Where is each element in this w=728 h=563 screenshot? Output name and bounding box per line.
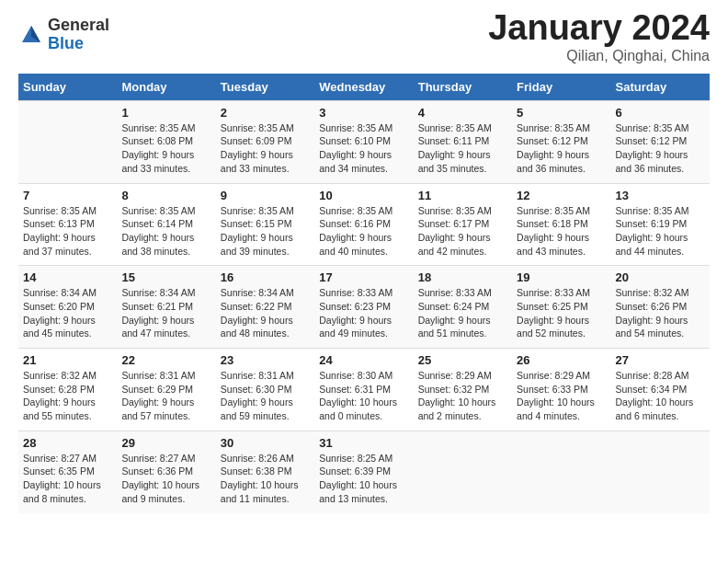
day-number: 15 bbox=[121, 270, 210, 284]
calendar-cell bbox=[18, 100, 117, 183]
calendar-cell: 18Sunrise: 8:33 AMSunset: 6:24 PMDayligh… bbox=[414, 266, 512, 349]
month-title: January 2024 bbox=[488, 9, 710, 48]
day-number: 6 bbox=[616, 106, 705, 120]
calendar-table: SundayMondayTuesdayWednesdayThursdayFrid… bbox=[18, 74, 710, 513]
calendar-cell: 1Sunrise: 8:35 AMSunset: 6:08 PMDaylight… bbox=[117, 100, 215, 183]
day-info: Sunrise: 8:31 AMSunset: 6:29 PMDaylight:… bbox=[121, 369, 210, 423]
day-info: Sunrise: 8:35 AMSunset: 6:18 PMDaylight:… bbox=[517, 204, 606, 259]
day-info: Sunrise: 8:33 AMSunset: 6:25 PMDaylight:… bbox=[517, 286, 606, 340]
day-number: 18 bbox=[418, 270, 507, 284]
calendar-cell: 17Sunrise: 8:33 AMSunset: 6:23 PMDayligh… bbox=[314, 266, 413, 349]
logo: General Blue bbox=[18, 17, 109, 53]
calendar-cell: 20Sunrise: 8:32 AMSunset: 6:26 PMDayligh… bbox=[611, 266, 710, 349]
column-header-saturday: Saturday bbox=[611, 74, 710, 101]
calendar-week-row: 21Sunrise: 8:32 AMSunset: 6:28 PMDayligh… bbox=[18, 349, 710, 431]
day-info: Sunrise: 8:33 AMSunset: 6:23 PMDaylight:… bbox=[319, 286, 408, 340]
calendar-cell: 5Sunrise: 8:35 AMSunset: 6:12 PMDaylight… bbox=[512, 100, 610, 183]
calendar-cell: 8Sunrise: 8:35 AMSunset: 6:14 PMDaylight… bbox=[117, 183, 215, 266]
day-number: 2 bbox=[221, 106, 310, 120]
day-info: Sunrise: 8:35 AMSunset: 6:16 PMDaylight:… bbox=[319, 204, 408, 259]
calendar-cell: 10Sunrise: 8:35 AMSunset: 6:16 PMDayligh… bbox=[314, 183, 413, 266]
day-number: 23 bbox=[221, 353, 310, 367]
day-info: Sunrise: 8:35 AMSunset: 6:09 PMDaylight:… bbox=[221, 121, 310, 176]
day-info: Sunrise: 8:29 AMSunset: 6:32 PMDaylight:… bbox=[418, 369, 507, 423]
day-info: Sunrise: 8:35 AMSunset: 6:15 PMDaylight:… bbox=[221, 204, 310, 259]
day-info: Sunrise: 8:30 AMSunset: 6:31 PMDaylight:… bbox=[319, 369, 408, 423]
day-number: 8 bbox=[121, 189, 210, 202]
day-number: 16 bbox=[221, 270, 310, 284]
calendar-cell: 22Sunrise: 8:31 AMSunset: 6:29 PMDayligh… bbox=[117, 349, 215, 431]
calendar-cell: 25Sunrise: 8:29 AMSunset: 6:32 PMDayligh… bbox=[414, 349, 512, 431]
day-info: Sunrise: 8:35 AMSunset: 6:19 PMDaylight:… bbox=[616, 204, 705, 259]
day-info: Sunrise: 8:32 AMSunset: 6:26 PMDaylight:… bbox=[616, 286, 705, 340]
day-number: 14 bbox=[23, 270, 112, 284]
day-number: 10 bbox=[319, 189, 408, 202]
day-number: 28 bbox=[23, 436, 112, 450]
day-number: 3 bbox=[319, 106, 408, 120]
calendar-cell: 28Sunrise: 8:27 AMSunset: 6:35 PMDayligh… bbox=[18, 431, 117, 512]
day-number: 11 bbox=[418, 189, 507, 202]
calendar-week-row: 1Sunrise: 8:35 AMSunset: 6:08 PMDaylight… bbox=[18, 100, 710, 183]
day-info: Sunrise: 8:32 AMSunset: 6:28 PMDaylight:… bbox=[23, 369, 112, 423]
day-info: Sunrise: 8:31 AMSunset: 6:30 PMDaylight:… bbox=[221, 369, 310, 423]
day-number: 20 bbox=[616, 270, 705, 284]
logo-icon bbox=[18, 22, 44, 48]
page-header: General Blue January 2024 Qilian, Qingha… bbox=[18, 9, 710, 64]
calendar-cell: 7Sunrise: 8:35 AMSunset: 6:13 PMDaylight… bbox=[18, 183, 117, 266]
calendar-cell: 13Sunrise: 8:35 AMSunset: 6:19 PMDayligh… bbox=[611, 183, 710, 266]
calendar-cell: 4Sunrise: 8:35 AMSunset: 6:11 PMDaylight… bbox=[414, 100, 512, 183]
day-info: Sunrise: 8:34 AMSunset: 6:22 PMDaylight:… bbox=[221, 286, 310, 340]
calendar-cell bbox=[611, 431, 710, 512]
day-info: Sunrise: 8:35 AMSunset: 6:14 PMDaylight:… bbox=[121, 204, 210, 259]
calendar-cell: 31Sunrise: 8:25 AMSunset: 6:39 PMDayligh… bbox=[314, 431, 413, 512]
calendar-cell: 14Sunrise: 8:34 AMSunset: 6:20 PMDayligh… bbox=[18, 266, 117, 349]
calendar-cell: 29Sunrise: 8:27 AMSunset: 6:36 PMDayligh… bbox=[117, 431, 215, 512]
day-number: 21 bbox=[23, 353, 112, 367]
column-header-wednesday: Wednesday bbox=[314, 74, 413, 101]
day-info: Sunrise: 8:33 AMSunset: 6:24 PMDaylight:… bbox=[418, 286, 507, 340]
day-info: Sunrise: 8:35 AMSunset: 6:12 PMDaylight:… bbox=[517, 121, 606, 176]
day-number: 25 bbox=[418, 353, 507, 367]
day-info: Sunrise: 8:35 AMSunset: 6:10 PMDaylight:… bbox=[319, 121, 408, 176]
calendar-cell: 9Sunrise: 8:35 AMSunset: 6:15 PMDaylight… bbox=[216, 183, 314, 266]
calendar-cell: 24Sunrise: 8:30 AMSunset: 6:31 PMDayligh… bbox=[314, 349, 413, 431]
calendar-cell: 26Sunrise: 8:29 AMSunset: 6:33 PMDayligh… bbox=[512, 349, 610, 431]
column-header-tuesday: Tuesday bbox=[216, 74, 314, 101]
day-number: 26 bbox=[517, 353, 606, 367]
calendar-week-row: 28Sunrise: 8:27 AMSunset: 6:35 PMDayligh… bbox=[18, 431, 710, 512]
day-number: 12 bbox=[517, 189, 606, 202]
column-header-monday: Monday bbox=[117, 74, 215, 101]
calendar-cell bbox=[414, 431, 512, 512]
day-number: 9 bbox=[221, 189, 310, 202]
calendar-cell: 15Sunrise: 8:34 AMSunset: 6:21 PMDayligh… bbox=[117, 266, 215, 349]
day-info: Sunrise: 8:35 AMSunset: 6:17 PMDaylight:… bbox=[418, 204, 507, 259]
day-number: 27 bbox=[616, 353, 705, 367]
location-text: Qilian, Qinghai, China bbox=[488, 48, 710, 64]
day-info: Sunrise: 8:27 AMSunset: 6:36 PMDaylight:… bbox=[121, 452, 210, 506]
day-number: 4 bbox=[418, 106, 507, 120]
day-number: 17 bbox=[319, 270, 408, 284]
day-number: 13 bbox=[616, 189, 705, 202]
day-number: 19 bbox=[517, 270, 606, 284]
day-number: 22 bbox=[121, 353, 210, 367]
calendar-cell: 2Sunrise: 8:35 AMSunset: 6:09 PMDaylight… bbox=[216, 100, 314, 183]
calendar-cell: 6Sunrise: 8:35 AMSunset: 6:12 PMDaylight… bbox=[611, 100, 710, 183]
column-header-friday: Friday bbox=[512, 74, 610, 101]
day-number: 7 bbox=[23, 189, 112, 202]
day-info: Sunrise: 8:35 AMSunset: 6:13 PMDaylight:… bbox=[23, 204, 112, 259]
calendar-cell: 27Sunrise: 8:28 AMSunset: 6:34 PMDayligh… bbox=[611, 349, 710, 431]
calendar-cell: 21Sunrise: 8:32 AMSunset: 6:28 PMDayligh… bbox=[18, 349, 117, 431]
calendar-cell: 11Sunrise: 8:35 AMSunset: 6:17 PMDayligh… bbox=[414, 183, 512, 266]
day-info: Sunrise: 8:35 AMSunset: 6:11 PMDaylight:… bbox=[418, 121, 507, 176]
day-info: Sunrise: 8:29 AMSunset: 6:33 PMDaylight:… bbox=[517, 369, 606, 423]
calendar-week-row: 14Sunrise: 8:34 AMSunset: 6:20 PMDayligh… bbox=[18, 266, 710, 349]
day-info: Sunrise: 8:26 AMSunset: 6:38 PMDaylight:… bbox=[221, 452, 310, 506]
calendar-week-row: 7Sunrise: 8:35 AMSunset: 6:13 PMDaylight… bbox=[18, 183, 710, 266]
title-block: January 2024 Qilian, Qinghai, China bbox=[488, 9, 710, 64]
day-info: Sunrise: 8:35 AMSunset: 6:08 PMDaylight:… bbox=[121, 121, 210, 176]
calendar-cell: 30Sunrise: 8:26 AMSunset: 6:38 PMDayligh… bbox=[216, 431, 314, 512]
day-number: 5 bbox=[517, 106, 606, 120]
day-number: 30 bbox=[221, 436, 310, 450]
calendar-cell: 23Sunrise: 8:31 AMSunset: 6:30 PMDayligh… bbox=[216, 349, 314, 431]
calendar-cell: 3Sunrise: 8:35 AMSunset: 6:10 PMDaylight… bbox=[314, 100, 413, 183]
